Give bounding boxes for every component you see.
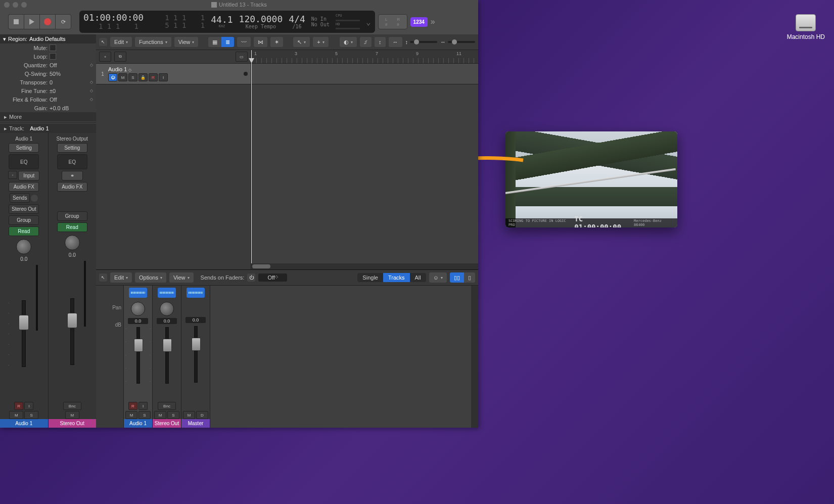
fader[interactable] [22, 300, 26, 367]
record-enable-button[interactable]: R [128, 402, 137, 410]
mute-button[interactable]: M [9, 411, 23, 419]
track-mute-button[interactable]: M [118, 73, 127, 81]
fader[interactable] [136, 327, 140, 384]
fader[interactable] [194, 326, 198, 383]
automation-button[interactable]: 〰 [237, 37, 251, 47]
strip-name[interactable]: Audio 1 [124, 419, 152, 428]
input-monitor-button[interactable]: I [138, 402, 148, 410]
record-button[interactable] [39, 14, 55, 29]
waveform-zoom-button[interactable]: ⎎ [360, 37, 372, 47]
balance-knob[interactable] [65, 235, 80, 250]
pan-knob[interactable] [16, 239, 31, 254]
mixer-strip-stereoout[interactable]: 0.0 Bnc M S Stereo Out [153, 286, 181, 428]
vertical-zoom-slider[interactable] [410, 41, 437, 43]
send-knob[interactable] [31, 195, 38, 202]
strip-name[interactable]: Master [181, 419, 210, 428]
mixer-single-button[interactable]: Single [357, 273, 383, 282]
strip-footer[interactable]: Audio 1 [0, 419, 48, 428]
horizontal-scrollbar[interactable] [251, 263, 478, 269]
global-tracks-button[interactable]: ▭ [236, 52, 248, 62]
mixer-hide-button[interactable]: ↖ [99, 273, 107, 282]
balance-knob[interactable] [160, 302, 174, 316]
playhead[interactable] [251, 50, 252, 269]
vertical-auto-zoom-button[interactable]: ↕ [375, 37, 386, 47]
flex-value[interactable]: Off [50, 97, 90, 103]
mixer-wide-button[interactable]: ▯▯ [450, 272, 464, 283]
lcd-display[interactable]: 01:00:00:00 ⠀⠀⠀1 1 1 ⠀⠀1 ⠀⠀⠀1 1 1 ⠀⠀1 ⠀⠀… [79, 11, 375, 33]
bounce-button[interactable]: Bnc [158, 402, 176, 410]
mixer-view-menu[interactable]: View▾ [169, 272, 194, 283]
maximize-icon[interactable] [21, 2, 27, 8]
track-solo-button[interactable]: S [128, 73, 137, 81]
mixer-strip-master[interactable]: 0.0 M D Master [181, 286, 210, 428]
mixer-scrollbar[interactable] [471, 286, 478, 428]
track-disclosure[interactable]: ▸Track: Audio 1 [0, 124, 96, 133]
mixer-all-button[interactable]: All [410, 273, 426, 282]
ruler[interactable]: 1 3 5 7 9 11 [251, 50, 478, 64]
play-button[interactable] [24, 14, 39, 29]
audiofx-slot[interactable]: Audio FX [9, 182, 39, 192]
track-name[interactable]: Audio 1 ◇ [108, 66, 168, 72]
sends-label[interactable]: Sends [10, 193, 30, 203]
mute-button[interactable]: M [125, 411, 137, 419]
more-disclosure[interactable]: ▸More [0, 112, 96, 121]
loop-checkbox[interactable] [50, 53, 56, 60]
bounce-button[interactable]: Bnc [63, 402, 81, 410]
fader[interactable] [70, 298, 74, 365]
grid-view-button[interactable]: ▦ [208, 37, 221, 47]
solo-button[interactable]: S [24, 411, 38, 419]
strip-name[interactable]: Stereo Out [153, 419, 181, 428]
arrange-area[interactable]: 1 3 5 7 9 11 [251, 50, 478, 269]
catch-playhead-button[interactable]: ✶ [270, 37, 283, 47]
solo-button[interactable]: S [138, 411, 151, 419]
macintosh-hd-icon[interactable]: Macintosh HD [787, 14, 825, 40]
mixer-tracks-button[interactable]: Tracks [383, 273, 410, 282]
functions-menu[interactable]: Functions▾ [135, 37, 171, 47]
edit-menu[interactable]: Edit▾ [110, 37, 132, 47]
flex-button[interactable]: ⋈ [254, 37, 267, 47]
track-input-button[interactable]: I [159, 73, 168, 81]
strip-footer[interactable]: Stereo Out [49, 419, 97, 428]
mixer-edit-menu[interactable]: Edit▾ [110, 272, 132, 283]
add-track-button[interactable]: + [99, 52, 111, 62]
snap-menu[interactable]: ◐▾ [340, 37, 357, 47]
transpose-value[interactable]: 0 [50, 79, 90, 85]
solo-button[interactable]: S [167, 411, 179, 419]
pan-knob[interactable] [131, 302, 145, 316]
mixer-strip-audio1[interactable]: 0.0 ----- ----- R I M [124, 286, 153, 428]
gain-value[interactable]: +0.0 dB [50, 105, 93, 111]
secondary-tool[interactable]: +▾ [313, 37, 328, 47]
setting-button[interactable]: Setting [9, 143, 39, 153]
qswing-value[interactable]: 50% [50, 71, 93, 77]
mixer-filter-menu[interactable]: ☺▾ [429, 272, 447, 283]
automation-mode[interactable]: Read [9, 226, 39, 236]
track-lane[interactable] [251, 64, 478, 84]
track-record-button[interactable]: R [149, 73, 158, 81]
setting-button[interactable]: Setting [57, 143, 87, 153]
stop-button[interactable] [8, 14, 24, 29]
input-monitor-button[interactable]: I [24, 402, 33, 410]
record-enable-button[interactable]: R [14, 402, 23, 410]
expand-toolbar-icon[interactable]: » [431, 17, 435, 26]
input-slot[interactable]: Input [18, 171, 39, 180]
sends-mode-select[interactable]: Off ◇ [258, 273, 287, 282]
mute-button[interactable]: M [154, 411, 166, 419]
lcd-dropdown-icon[interactable]: ⌄ [366, 17, 371, 27]
track-power-button[interactable]: ⏻ [108, 73, 117, 81]
link-icon[interactable]: ⚭ [62, 171, 83, 180]
minimize-icon[interactable] [13, 2, 18, 8]
close-icon[interactable] [4, 2, 10, 8]
pointer-tool[interactable]: ↖▾ [293, 37, 310, 47]
finetune-value[interactable]: ±0 [50, 88, 90, 94]
locator-lr[interactable]: L# R# [378, 14, 407, 29]
group-slot[interactable]: Group [9, 215, 39, 225]
horizontal-auto-zoom-button[interactable]: ↔ [389, 37, 402, 47]
group-slot[interactable]: Group [57, 211, 87, 221]
eq-slot[interactable]: EQ [57, 154, 87, 169]
mixer-narrow-button[interactable]: ▯ [464, 272, 475, 283]
quantize-value[interactable]: Off [50, 62, 90, 68]
master-tuning-badge[interactable]: 1234 [410, 17, 428, 27]
video-preview-window[interactable]: SCORING TO PICTURE IN LOGIC PRO TC 01:00… [505, 131, 677, 227]
dim-button[interactable]: D [196, 411, 208, 419]
track-header-row[interactable]: 1 Audio 1 ◇ ⏻ M S 🔒 R I [96, 64, 251, 84]
